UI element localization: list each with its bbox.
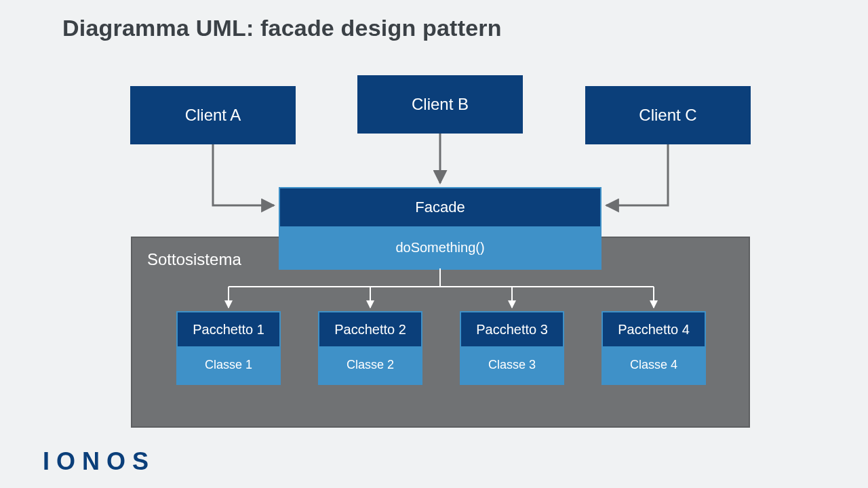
package-2-box: Pacchetto 2 Classe 2 [318, 311, 422, 385]
package-3-box: Pacchetto 3 Classe 3 [460, 311, 564, 385]
package-1-name: Pacchetto 1 [178, 312, 279, 346]
package-1-class: Classe 1 [178, 346, 279, 384]
client-c-box: Client C [585, 86, 751, 144]
package-4-name: Pacchetto 4 [603, 312, 705, 346]
ionos-logo: IONOS [43, 447, 155, 476]
package-3-name: Pacchetto 3 [461, 312, 563, 346]
package-1-box: Pacchetto 1 Classe 1 [176, 311, 281, 385]
diagram-title: Diagramma UML: facade design pattern [62, 15, 502, 41]
package-4-box: Pacchetto 4 Classe 4 [601, 311, 706, 385]
facade-name: Facade [280, 188, 600, 226]
facade-box: Facade doSomething() [279, 187, 601, 270]
facade-method: doSomething() [280, 226, 600, 268]
subsystem-label: Sottosistema [147, 250, 241, 269]
package-3-class: Classe 3 [461, 346, 563, 384]
package-2-class: Classe 2 [319, 346, 421, 384]
package-4-class: Classe 4 [603, 346, 705, 384]
client-b-box: Client B [357, 75, 523, 134]
client-a-box: Client A [130, 86, 296, 144]
package-2-name: Pacchetto 2 [319, 312, 421, 346]
